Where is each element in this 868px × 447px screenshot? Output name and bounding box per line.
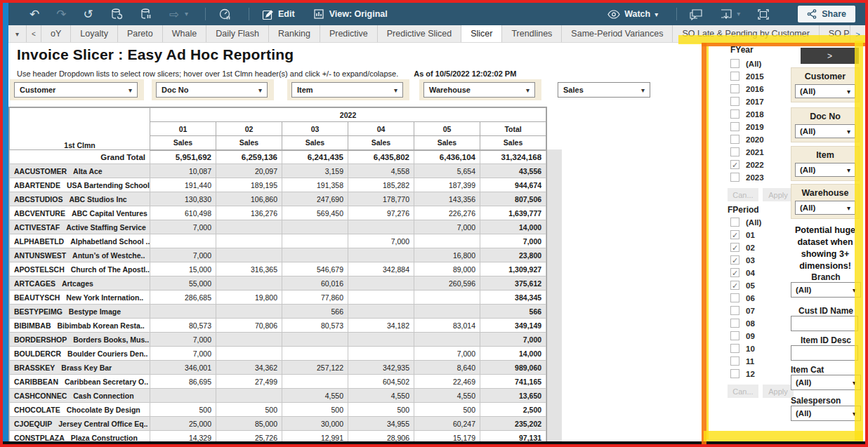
salesperson-dropdown[interactable]: (All)▾ [791,406,861,421]
tab-ranking[interactable]: Ranking [269,25,320,42]
comments-icon[interactable] [690,8,703,20]
checked-checkbox[interactable]: ✓ [730,230,739,239]
sales-value-cell[interactable]: 500 [414,403,480,417]
fyear-apply-button[interactable]: Apply [763,188,794,201]
sales-value-cell[interactable]: 34,955 [348,417,414,431]
fyear-option-2019[interactable]: 2019 [730,122,764,131]
sales-value-cell[interactable]: 500 [348,403,414,417]
sales-value-cell[interactable] [348,305,414,319]
quick-filter-dropdown-customer[interactable]: (All)▾ [795,84,855,98]
item-cat-dropdown[interactable]: (All)▾ [791,375,861,390]
sales-value-cell[interactable]: 5,654 [414,164,480,178]
fperiod-apply-button[interactable]: Apply [763,385,794,398]
sales-value-cell[interactable] [216,276,282,291]
measure-header-cell[interactable]: Sales [150,136,216,150]
tab-predictive[interactable]: Predictive [320,25,378,42]
unchecked-checkbox[interactable] [730,147,739,156]
sales-value-cell[interactable]: 342,935 [348,361,414,375]
row-label[interactable]: ABARTENDEUSA Bartending School [10,178,150,192]
unchecked-checkbox[interactable] [730,72,739,81]
tab-menu-caret[interactable]: ▾ [8,25,27,42]
fperiod-option-09[interactable]: 09 [730,331,755,340]
sales-value-cell[interactable] [216,248,282,262]
resume-caret-icon[interactable]: ▾ [185,11,188,18]
sales-value-cell[interactable]: 384,345 [480,291,546,305]
sales-value-cell[interactable] [216,347,282,361]
sales-value-cell[interactable] [414,333,480,347]
sales-value-cell[interactable]: 1,639,777 [480,206,546,220]
watch-button[interactable]: Watch ▾ [607,9,658,19]
refresh-data-icon[interactable] [110,8,123,20]
row-label[interactable]: BORDERSHOPBorders Books, Mus.. [10,333,150,347]
sales-value-cell[interactable] [282,220,348,234]
sales-value-cell[interactable]: 14,000 [480,347,546,361]
tab-daily-flash[interactable]: Daily Flash [206,25,269,42]
unchecked-checkbox[interactable] [730,173,739,182]
unchecked-checkbox[interactable] [730,135,739,144]
sales-value-cell[interactable]: 27,499 [216,375,282,389]
row-label[interactable]: ARTCAGESArtcages [10,276,150,291]
sales-value-cell[interactable] [348,291,414,305]
sales-value-cell[interactable]: 97,276 [348,206,414,220]
sales-value-cell[interactable]: 191,358 [282,178,348,192]
unchecked-checkbox[interactable] [730,59,739,68]
sales-value-cell[interactable] [348,276,414,291]
row-label[interactable]: ALPHABETLDAlphabetland School .. [10,234,150,248]
sales-value-cell[interactable]: 80,573 [150,319,216,333]
checked-checkbox[interactable]: ✓ [730,268,739,277]
fperiod-option-04[interactable]: ✓04 [730,268,755,277]
view-original-button[interactable]: View: Original [313,8,388,20]
sales-value-cell[interactable]: 80,573 [282,319,348,333]
sales-value-cell[interactable]: 10,087 [150,164,216,178]
sales-value-cell[interactable]: 1,309,927 [480,262,546,276]
sales-value-cell[interactable]: 16,800 [414,248,480,262]
sales-value-cell[interactable] [216,389,282,403]
sales-value-cell[interactable]: 189,195 [216,178,282,192]
resume-updates-icon[interactable]: ⇨ [169,8,179,20]
row-label[interactable]: BRASSKEYBrass Key Bar [10,361,150,375]
sales-value-cell[interactable] [348,347,414,361]
sales-value-cell[interactable]: 185,282 [348,178,414,192]
sales-value-cell[interactable]: 247,690 [282,192,348,206]
fyear-option-2021[interactable]: 2021 [730,147,764,156]
sales-value-cell[interactable]: 23,800 [480,248,546,262]
sales-value-cell[interactable]: 85,000 [216,417,282,431]
fperiod-option-10[interactable]: 10 [730,344,755,353]
sales-value-cell[interactable]: 260,596 [414,276,480,291]
sales-value-cell[interactable]: 43,556 [480,164,546,178]
row-label[interactable]: APOSTELSCHChurch of The Apostl.. [10,262,150,276]
sales-value-cell[interactable]: 20,097 [216,164,282,178]
sales-value-cell[interactable]: 15,000 [150,262,216,276]
sales-value-cell[interactable] [348,220,414,234]
sales-value-cell[interactable]: 944,674 [480,178,546,192]
sales-value-cell[interactable]: 86,695 [150,375,216,389]
fperiod-option-08[interactable]: 08 [730,319,755,328]
row-label[interactable]: CARIBBEANCaribbean Secretary O.. [10,375,150,389]
sales-value-cell[interactable]: 34,362 [216,361,282,375]
sales-value-cell[interactable]: 7,000 [480,234,546,248]
unchecked-checkbox[interactable] [730,122,739,131]
sales-value-cell[interactable]: 989,060 [480,361,546,375]
measure-header-cell[interactable]: Sales [216,136,282,150]
sales-value-cell[interactable]: 7,000 [348,234,414,248]
alerts-icon[interactable] [720,8,732,20]
item-id-desc-input[interactable] [791,345,858,361]
revert-icon[interactable]: ↺ [84,8,93,20]
fullscreen-icon[interactable] [757,8,770,20]
sales-value-cell[interactable]: 500 [282,403,348,417]
edit-button[interactable]: Edit [262,8,295,20]
sales-value-cell[interactable] [216,234,282,248]
sales-value-cell[interactable]: 316,365 [216,262,282,276]
sales-value-cell[interactable]: 4,550 [414,389,480,403]
sales-value-cell[interactable]: 25,000 [150,417,216,431]
sales-value-cell[interactable]: 4,558 [348,164,414,178]
sales-value-cell[interactable]: 89,000 [414,262,480,276]
fperiod-option-05[interactable]: ✓05 [730,281,755,290]
sales-value-cell[interactable]: 7,000 [150,220,216,234]
sales-value-cell[interactable]: 55,000 [150,276,216,291]
month-header-cell[interactable]: 03 [282,122,348,136]
cust-id-name-input[interactable] [791,316,858,331]
tab-slicer[interactable]: Slicer [461,25,502,42]
fyear-option-2016[interactable]: 2016 [730,84,764,93]
checked-checkbox[interactable]: ✓ [730,243,739,252]
